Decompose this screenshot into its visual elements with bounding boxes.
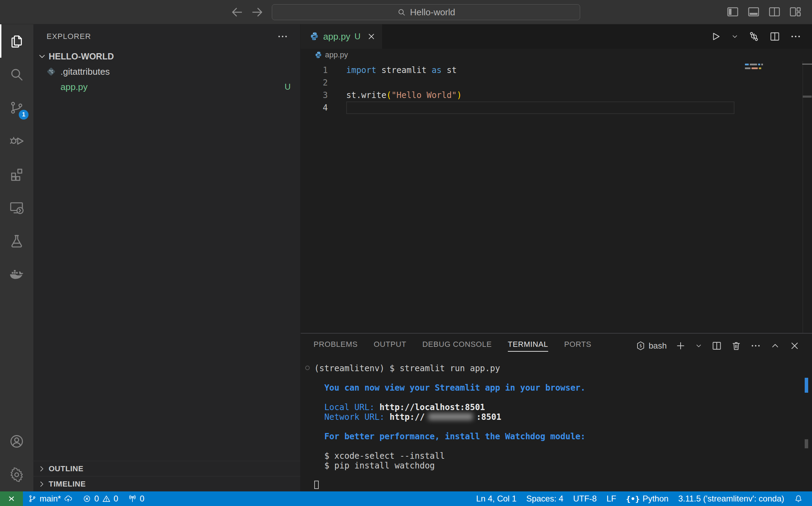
encoding-status[interactable]: UTF-8: [568, 491, 602, 506]
close-tab-icon[interactable]: [367, 32, 376, 41]
maximize-panel-icon[interactable]: [770, 340, 781, 351]
activity-item-explorer[interactable]: [0, 24, 33, 58]
activity-item-search[interactable]: [0, 58, 33, 91]
run-file-icon[interactable]: [710, 31, 722, 42]
activity-item-extensions[interactable]: [0, 158, 33, 191]
indent-label: Spaces: 4: [526, 494, 563, 504]
git-file-icon: [46, 66, 56, 77]
file-name: .gitattributes: [60, 66, 110, 77]
panel-more-actions-icon[interactable]: [750, 340, 761, 351]
customize-layout-icon[interactable]: [788, 5, 802, 19]
chevron-right-icon: [37, 464, 47, 474]
sidebar-section-timeline[interactable]: TIMELINE: [33, 476, 300, 491]
back-arrow-icon[interactable]: [229, 5, 245, 20]
file-row-app-py[interactable]: app.pyU: [33, 79, 300, 95]
command-decoration-icon[interactable]: [305, 366, 310, 370]
git-branch-status[interactable]: main*: [23, 491, 78, 506]
sidebar-title: EXPLORER: [47, 32, 91, 41]
status-bar: main* 0 0 0 Ln 4, Col 1 Spaces: 4 UTF-8 …: [0, 491, 812, 506]
editor-scrollbar-thumb[interactable]: [803, 96, 812, 98]
terminal-line-5: Local URL: http://localhost:8501: [314, 402, 812, 412]
code-line-4[interactable]: 4: [301, 101, 812, 114]
tab-app-py[interactable]: app.py U: [301, 24, 383, 49]
code-line-2[interactable]: 2: [301, 76, 812, 89]
code-line-3[interactable]: 3st.write("Hello World"): [301, 89, 812, 101]
python-file-icon: [310, 32, 319, 41]
python-interpreter-status[interactable]: 3.11.5 ('streamlitenv': conda): [673, 491, 789, 506]
panel-tab-ports[interactable]: PORTS: [564, 340, 591, 352]
activity-item-settings[interactable]: [0, 458, 33, 491]
new-terminal-icon[interactable]: [675, 340, 686, 351]
interpreter-label: 3.11.5 ('streamlitenv': conda): [678, 494, 784, 504]
remote-indicator[interactable]: [0, 491, 23, 506]
toggle-panel-icon[interactable]: [747, 5, 761, 19]
terminal-shell-selector[interactable]: $ bash: [635, 341, 667, 351]
activity-item-run-debug[interactable]: [0, 124, 33, 158]
debug-icon: [9, 133, 25, 149]
activity-item-source-control[interactable]: 1: [0, 91, 33, 124]
open-changes-icon[interactable]: [748, 31, 760, 42]
remote-icon: [7, 494, 16, 504]
bell-icon: [794, 494, 803, 503]
command-center-search[interactable]: Hello-world: [272, 4, 580, 20]
branch-label: main*: [40, 494, 61, 504]
forward-arrow-icon[interactable]: [250, 5, 265, 20]
scm-changes-badge: 1: [19, 110, 29, 120]
panel-tab-debug-console[interactable]: DEBUG CONSOLE: [422, 340, 492, 352]
panel-tab-output[interactable]: OUTPUT: [374, 340, 406, 352]
extensions-icon: [9, 166, 25, 182]
toggle-sidebar-icon[interactable]: [726, 5, 740, 19]
terminal-line-11: $ pip install watchdog: [314, 461, 812, 471]
code-line-1[interactable]: 1import streamlit as st: [301, 64, 812, 76]
code-editor[interactable]: 1import streamlit as st23st.write("Hello…: [301, 61, 812, 333]
activity-item-account[interactable]: [0, 425, 33, 458]
activity-bar: 1: [0, 24, 33, 491]
kill-terminal-icon[interactable]: [731, 340, 742, 351]
folder-row-hello-world[interactable]: HELLO-WORLD: [33, 49, 300, 64]
code-text: st.write("Hello World"): [328, 90, 462, 100]
toggle-splitview-icon[interactable]: [768, 5, 781, 19]
search-icon: [9, 66, 25, 82]
terminal-line-7: [314, 422, 812, 432]
cursor-position-status[interactable]: Ln 4, Col 1: [471, 491, 521, 506]
panel-tab-terminal[interactable]: TERMINAL: [508, 340, 548, 352]
notifications-bell[interactable]: [789, 491, 808, 506]
forwarded-ports-status[interactable]: 0: [123, 491, 149, 506]
vscode-window: Hello-world 1 EXPLORER HELLO-WORLD .: [0, 0, 812, 506]
explorer-more-actions-icon[interactable]: [277, 31, 289, 42]
close-panel-icon[interactable]: [789, 340, 800, 351]
code-text: import streamlit as st: [328, 65, 457, 75]
terminal-cursor: [314, 481, 319, 489]
terminal-output[interactable]: (streamlitenv) $ streamlit run app.py Yo…: [301, 358, 812, 491]
editor-group: app.py U app.py 1import streamlit as st2…: [300, 24, 812, 491]
command-center-label: Hello-world: [410, 7, 455, 18]
activity-item-testing[interactable]: [0, 225, 33, 258]
minimap[interactable]: [745, 64, 766, 71]
split-editor-icon[interactable]: [769, 31, 781, 42]
activity-item-docker[interactable]: [0, 258, 33, 291]
problems-status[interactable]: 0 0: [78, 491, 123, 506]
language-mode-status[interactable]: {•} Python: [621, 491, 673, 506]
files-icon: [9, 33, 25, 49]
warnings-icon: [102, 494, 111, 503]
terminal-line-6: Network URL: http://:8501: [314, 412, 812, 422]
indentation-status[interactable]: Spaces: 4: [521, 491, 568, 506]
current-line-highlight: [346, 101, 734, 114]
activity-item-remote-explorer[interactable]: [0, 191, 33, 225]
editor-more-actions-icon[interactable]: [790, 31, 802, 42]
panel-tab-problems[interactable]: PROBLEMS: [314, 340, 358, 352]
file-row--gitattributes[interactable]: .gitattributes: [33, 64, 300, 79]
account-icon: [9, 433, 25, 449]
terminal-scrollbar-thumb[interactable]: [805, 439, 808, 448]
line-number: 2: [301, 78, 328, 88]
file-name: app.py: [60, 82, 88, 92]
sidebar-section-outline[interactable]: OUTLINE: [33, 461, 300, 476]
run-dropdown-chevron-icon[interactable]: [731, 32, 739, 41]
eol-label: LF: [607, 494, 616, 504]
breadcrumb[interactable]: app.py: [301, 49, 812, 61]
split-terminal-icon[interactable]: [711, 340, 722, 351]
terminal-line-1: (streamlitenv) $ streamlit run app.py: [314, 364, 812, 373]
eol-status[interactable]: LF: [602, 491, 621, 506]
gear-icon: [9, 467, 25, 483]
terminal-dropdown-chevron-icon[interactable]: [695, 342, 703, 350]
